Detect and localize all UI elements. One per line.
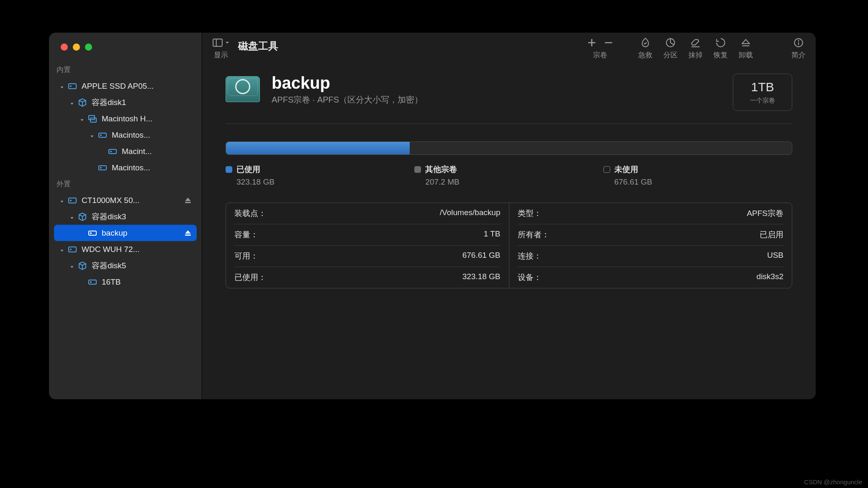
sidebar-item[interactable]: WDC WUH 72...	[54, 241, 197, 257]
chevron-down-icon[interactable]	[69, 263, 75, 269]
toolbar-info[interactable]: 简介	[791, 37, 806, 60]
toolbar-label: 简介	[791, 50, 806, 60]
info-value: USB	[767, 251, 783, 262]
chevron-down-icon[interactable]	[59, 83, 65, 89]
svg-point-11	[70, 200, 71, 201]
svg-point-1	[70, 86, 71, 87]
toolbar-erase[interactable]: 抹掉	[688, 37, 703, 60]
usage-used-segment	[226, 142, 410, 154]
svg-rect-13	[89, 231, 96, 235]
sidebar-item-label: WDC WUH 72...	[82, 245, 192, 254]
sidebar-item[interactable]: APPLE SSD AP05...	[54, 78, 197, 94]
partition-icon	[665, 37, 676, 49]
sidebar-item-label: Macintos...	[112, 131, 192, 140]
sidebar-item[interactable]: Macintos...	[54, 159, 197, 176]
sidebar-item-label: APPLE SSD AP05...	[82, 82, 192, 91]
sidebar-item-label: 16TB	[102, 277, 192, 287]
info-value: disk3s2	[757, 272, 783, 283]
svg-rect-16	[69, 247, 76, 252]
zoom-button[interactable]	[85, 44, 92, 51]
content-area: backup APFS宗卷 · APFS（区分大小写，加密） 1TB 一个宗卷 …	[202, 61, 816, 399]
info-key: 所有者：	[518, 229, 550, 240]
capacity-value: 1TB	[750, 80, 775, 94]
legend-label: 已使用	[236, 164, 260, 175]
svg-point-14	[90, 233, 91, 234]
chevron-down-icon[interactable]	[69, 214, 75, 220]
info-row: 容量：1 TB	[234, 224, 501, 246]
info-key: 容量：	[234, 229, 258, 240]
chevron-down-icon[interactable]	[69, 100, 75, 105]
sidebar-item[interactable]: backup	[54, 225, 197, 241]
legend-swatch	[603, 166, 610, 173]
container-icon	[77, 98, 87, 108]
minimize-button[interactable]	[73, 44, 80, 51]
toolbar-restore[interactable]: 恢复	[714, 37, 728, 60]
close-button[interactable]	[61, 44, 68, 51]
chevron-down-icon	[79, 279, 85, 285]
disk-icon	[67, 195, 77, 205]
info-key: 已使用：	[234, 272, 266, 283]
toolbar-partition[interactable]: 分区	[663, 37, 678, 60]
eject-icon[interactable]	[184, 197, 192, 204]
toolbar-label: 恢复	[714, 50, 728, 60]
capacity-box: 1TB 一个宗卷	[733, 74, 792, 111]
container-icon	[77, 212, 87, 222]
plus-minus-icon	[586, 37, 614, 49]
sidebar-item[interactable]: Macintos...	[54, 127, 197, 143]
sidebar-item[interactable]: 容器disk5	[54, 257, 197, 274]
usage-bar	[226, 141, 792, 155]
legend-swatch	[414, 166, 421, 173]
info-key: 设备：	[518, 272, 542, 283]
sidebar-item-label: CT1000MX 50...	[82, 196, 184, 205]
svg-rect-18	[89, 280, 96, 284]
main-panel: 显示 磁盘工具 宗卷急救分区抹掉恢复卸载简介 backup APFS宗卷 · A…	[202, 33, 816, 399]
window-controls	[49, 44, 202, 51]
legend-value: 207.2 MB	[414, 177, 603, 187]
sidebar-item-label: Macintosh H...	[102, 114, 192, 123]
sidebar-item[interactable]: 容器disk3	[54, 208, 197, 225]
sidebar-item[interactable]: Macint...	[54, 143, 197, 159]
toolbar-label: 宗卷	[593, 50, 607, 60]
info-value: 1 TB	[484, 229, 501, 240]
info-value: 已启用	[760, 229, 783, 240]
capacity-sub: 一个宗卷	[750, 97, 775, 105]
sidebar-item-label: 容器disk3	[92, 211, 192, 222]
info-row: 类型：APFS宗卷	[518, 203, 784, 224]
toolbar-unmount[interactable]: 卸载	[739, 37, 753, 60]
svg-rect-20	[213, 39, 222, 46]
toolbar-plus-minus[interactable]: 宗卷	[586, 37, 614, 60]
svg-rect-15	[185, 234, 191, 236]
volume-icon	[226, 76, 260, 102]
view-label: 显示	[214, 50, 228, 60]
sidebar-toggle-icon	[212, 37, 230, 49]
divider	[226, 123, 792, 124]
info-row: 可用：676.61 GB	[234, 246, 501, 267]
sidebar-item[interactable]: 容器disk1	[54, 94, 197, 110]
chevron-down-icon[interactable]	[59, 247, 65, 252]
erase-icon	[690, 37, 701, 49]
chevron-down-icon[interactable]	[79, 116, 85, 122]
disk-icon	[67, 81, 77, 91]
view-menu[interactable]: 显示	[212, 37, 230, 60]
toolbar-firstaid[interactable]: 急救	[638, 37, 652, 60]
chevron-down-icon	[89, 165, 95, 171]
info-row: 设备：disk3s2	[518, 267, 784, 288]
sidebar-item[interactable]: CT1000MX 50...	[54, 192, 197, 208]
eject-icon[interactable]	[184, 229, 192, 237]
svg-rect-6	[109, 149, 116, 154]
legend-item: 已使用323.18 GB	[226, 164, 414, 187]
info-value: 323.18 GB	[462, 272, 501, 283]
chevron-down-icon	[225, 40, 230, 45]
sidebar-item[interactable]: 16TB	[54, 274, 197, 290]
sidebar-item-label: Macint...	[122, 147, 192, 156]
info-key: 连接：	[518, 251, 542, 262]
sidebar-item[interactable]: Macintosh H...	[54, 110, 197, 127]
chevron-down-icon[interactable]	[59, 198, 65, 203]
toolbar: 显示 磁盘工具 宗卷急救分区抹掉恢复卸载简介	[202, 33, 816, 61]
info-icon	[793, 37, 804, 49]
volume-icon	[87, 277, 98, 287]
svg-rect-12	[185, 202, 191, 203]
chevron-down-icon[interactable]	[89, 132, 95, 138]
volume-subtitle: APFS宗卷 · APFS（区分大小写，加密）	[272, 94, 423, 105]
legend-item: 未使用676.61 GB	[603, 164, 792, 187]
